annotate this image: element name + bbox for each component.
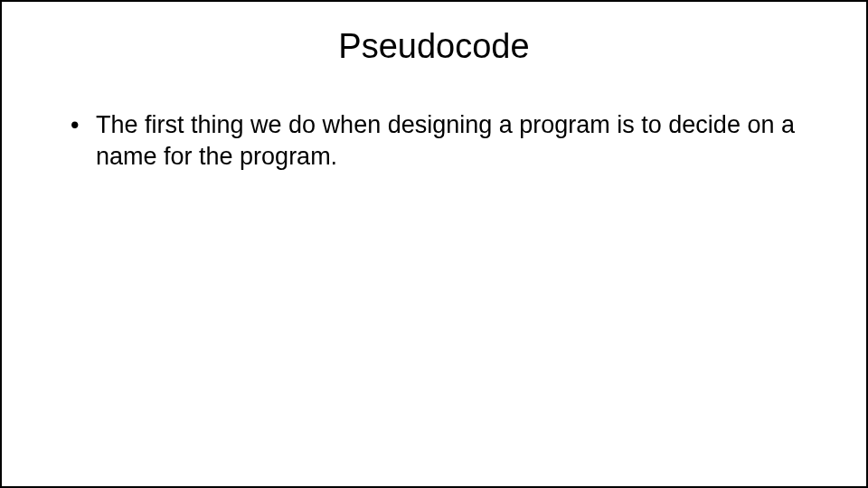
slide-container: Pseudocode The first thing we do when de… [0, 0, 868, 488]
slide-title: Pseudocode [56, 27, 812, 66]
bullet-list: The first thing we do when designing a p… [56, 109, 812, 173]
bullet-item: The first thing we do when designing a p… [71, 109, 812, 173]
